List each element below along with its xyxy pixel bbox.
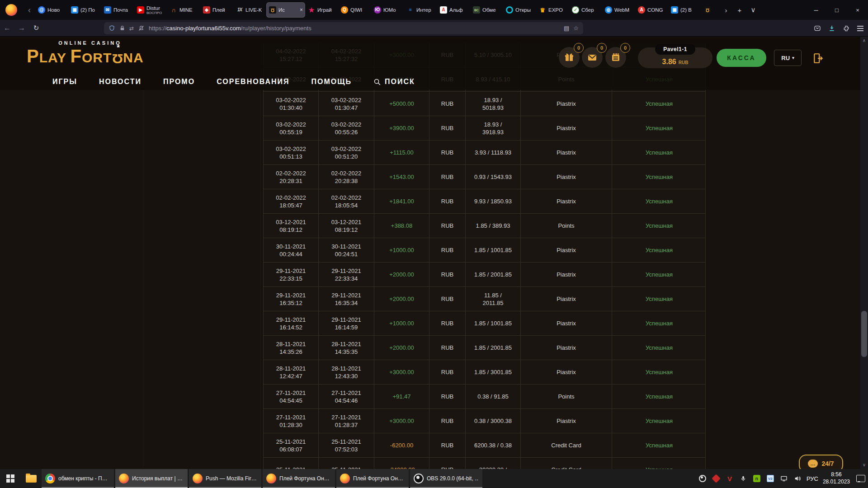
browser-tab[interactable]: Ω Ис × (266, 2, 305, 18)
extensions-puzzle-icon[interactable] (843, 25, 850, 32)
lock-icon[interactable] (119, 25, 125, 32)
browser-tab[interactable]: Ω (701, 2, 719, 18)
minimize-button[interactable]: ─ (806, 0, 826, 20)
browser-tab[interactable]: ★ Играй (305, 2, 338, 18)
back-button[interactable]: ← (0, 24, 14, 32)
permissions-icon[interactable]: ⇄ (129, 25, 134, 32)
vpn-tray-icon[interactable]: V (725, 474, 734, 483)
antivirus-tray-icon[interactable] (712, 474, 721, 483)
taskbar-app-button[interactable]: обмен крипты - П… (42, 469, 114, 488)
taskbar-app-button[interactable]: Push — Mozilla Fir… (189, 469, 261, 488)
browser-tab[interactable]: A CONG (635, 2, 668, 18)
tab-list-dropdown-icon[interactable]: ∨ (746, 6, 760, 14)
browser-tab[interactable]: ✓ Сбер (569, 2, 602, 18)
scroll-up-icon[interactable]: ∧ (860, 38, 868, 43)
taskbar-app-label: обмен крипты - П… (58, 475, 108, 482)
browser-tab[interactable]: Q QIWI (338, 2, 371, 18)
cell-balance: 1.85 / 1001.85 (466, 311, 521, 335)
cell-status: Успешная (612, 165, 706, 189)
nav-item[interactable]: ИГРЫ (52, 78, 77, 86)
maximize-button[interactable]: □ (826, 0, 847, 20)
tab-close-icon[interactable]: × (300, 7, 303, 13)
table-row: 28-11-202112:42:47 28-11-202112:43:30 +3… (264, 360, 705, 385)
browser-tab[interactable]: 1X LIVE-K (233, 2, 266, 18)
browser-tab[interactable]: ≡ Интер (404, 2, 437, 18)
cell-amount: -24000.00 (374, 458, 429, 469)
tab-label: Играй (317, 7, 332, 13)
tab-scroll-left-icon[interactable]: ‹ (24, 5, 35, 15)
taskbar-app-button[interactable]: История выплат | … (115, 469, 188, 488)
cell-method: Piastrix (521, 238, 612, 262)
scroll-down-icon[interactable]: ∨ (860, 462, 868, 467)
browser-tab[interactable]: ВС Обме (470, 2, 503, 18)
calendar-icon (610, 52, 621, 63)
search-icon (373, 78, 381, 86)
close-button[interactable]: × (847, 0, 868, 20)
browser-tab[interactable]: Ю ЮМо (371, 2, 404, 18)
start-button[interactable] (0, 469, 21, 488)
browser-tab[interactable]: ♛ EXPO (536, 2, 569, 18)
pocket-icon[interactable] (814, 25, 821, 32)
download-icon[interactable] (828, 25, 835, 32)
v2-tray-icon[interactable]: V2 (766, 474, 775, 483)
support-chat-widget[interactable]: ... 24/7 (799, 455, 843, 469)
nav-item[interactable]: ПРОМО (163, 78, 195, 86)
taskbar-app-button[interactable]: Плей Фортуна Он… (336, 469, 409, 488)
file-explorer-button[interactable] (21, 469, 42, 488)
notifications-blocked-icon[interactable] (138, 25, 145, 32)
browser-tab[interactable]: ∩ MINE (167, 2, 200, 18)
browser-tab[interactable]: А Альф (437, 2, 470, 18)
events-button[interactable]: 0 (605, 47, 626, 68)
scrollbar-thumb[interactable] (861, 311, 867, 357)
language-selector[interactable]: RU ▾ (774, 50, 802, 66)
browser-tab[interactable]: ✉ Почта (101, 2, 134, 18)
notification-center-icon[interactable] (856, 475, 865, 482)
keyboard-language-indicator[interactable]: РУС (807, 475, 818, 482)
browser-tab[interactable]: ▣ (2) По (68, 2, 101, 18)
tab-overflow-icon[interactable]: › (719, 6, 733, 14)
microphone-tray-icon[interactable] (739, 474, 748, 483)
horseshoe-icon: Ω (112, 51, 123, 66)
cell-processed-date: 29-11-202116:14:59 (319, 311, 374, 335)
bookmark-star-icon[interactable]: ☆ (573, 25, 579, 32)
nvidia-tray-icon[interactable]: n (752, 474, 761, 483)
tab-favicon-icon (506, 6, 513, 14)
search-button[interactable]: ПОИСК (373, 78, 415, 86)
bonuses-button[interactable]: 0 (559, 47, 580, 68)
browser-tab[interactable]: ◈ Плей (200, 2, 233, 18)
network-tray-icon[interactable] (779, 474, 788, 483)
url-bar[interactable]: ⇄ https://casino-playfortuna6i55v.com/ru… (104, 22, 583, 34)
tracking-shield-icon[interactable] (108, 25, 115, 32)
menu-hamburger-icon[interactable] (857, 26, 863, 31)
logout-button[interactable] (808, 50, 828, 66)
nav-item[interactable]: ПОМОЩЬ (311, 78, 352, 86)
page-scrollbar[interactable]: ∧ ∨ (860, 37, 868, 469)
browser-tab[interactable]: ▣ (2) В (668, 2, 701, 18)
taskbar-clock[interactable]: 8:56 28.01.2023 (823, 471, 850, 485)
browser-tab[interactable]: ◎ WebM (602, 2, 635, 18)
volume-tray-icon[interactable] (793, 474, 802, 483)
play-fortuna-logo[interactable]: ONLINE CASINO PLAY FORTΩ*NA (27, 40, 153, 66)
new-tab-button[interactable]: + (733, 6, 746, 14)
messages-button[interactable]: 0 (582, 47, 603, 68)
tab-favicon-icon: ★ (308, 6, 315, 14)
user-account-card[interactable]: Pavel1-1 3.86 RUB (638, 47, 712, 68)
reload-button[interactable]: ↻ (29, 24, 43, 32)
url-text[interactable]: https://casino-playfortuna6i55v.com/ru/p… (149, 25, 560, 32)
browser-tab[interactable]: ▶ Distur воспро (134, 2, 167, 18)
nav-item[interactable]: НОВОСТИ (99, 78, 142, 86)
table-row: 29-11-202116:35:12 29-11-202116:35:34 +2… (264, 287, 705, 311)
browser-tab[interactable]: @ Ново (35, 2, 68, 18)
firefox-icon[interactable] (5, 4, 17, 16)
obs-tray-icon[interactable] (698, 474, 707, 483)
cell-method: Piastrix (521, 116, 612, 140)
taskbar-app-button[interactable]: Плей Фортуна Он… (263, 469, 335, 488)
reader-view-icon[interactable]: ▤ (564, 25, 569, 32)
browser-tab[interactable]: Откры (503, 2, 536, 18)
table-row: 03-02-202201:30:40 03-02-202201:30:47 +5… (264, 92, 705, 116)
forward-button[interactable]: → (14, 24, 29, 32)
taskbar-app-button[interactable]: OBS 29.0.0 (64-bit, … (410, 469, 482, 488)
nav-item[interactable]: СОРЕВНОВАНИЯ (217, 78, 289, 86)
table-row: 02-02-202220:28:31 02-02-202220:28:38 +1… (264, 165, 705, 189)
cashier-button[interactable]: КАССА (717, 49, 766, 67)
